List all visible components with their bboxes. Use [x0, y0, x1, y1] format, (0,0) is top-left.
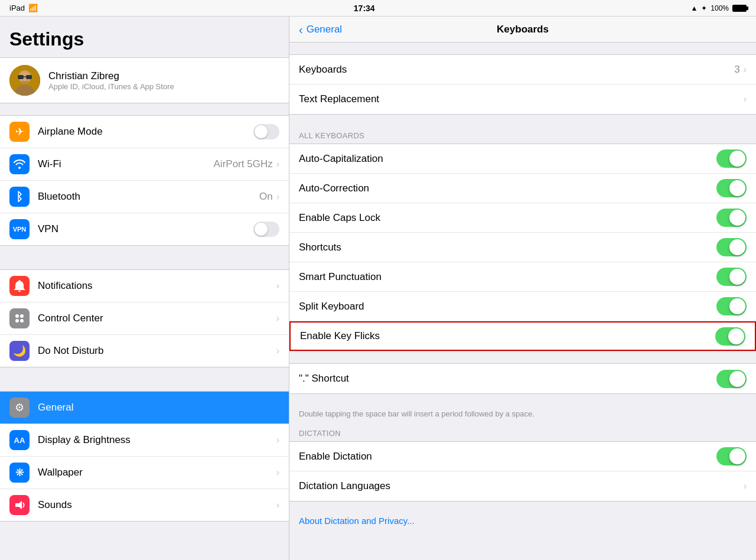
sidebar-item-wifi[interactable]: Wi-Fi AirPort 5GHz ›	[0, 148, 289, 181]
wifi-value: AirPort 5GHz	[214, 158, 273, 170]
avatar-image	[9, 65, 40, 96]
enable-dictation-row[interactable]: Enable Dictation	[289, 442, 756, 471]
dictation-header: DICTATION	[289, 424, 756, 441]
all-keyboards-section: Auto-Capitalization Auto-Correction Enab…	[289, 144, 756, 351]
enable-dictation-toggle[interactable]	[716, 447, 747, 465]
sidebar-item-bluetooth[interactable]: ᛒ Bluetooth On ›	[0, 181, 289, 213]
bluetooth-chevron: ›	[276, 191, 279, 202]
dictation-languages-label: Dictation Languages	[299, 480, 744, 492]
airplane-mode-toggle[interactable]	[253, 124, 279, 139]
battery-icon	[732, 5, 747, 12]
bluetooth-value: On	[259, 191, 273, 203]
display-label: Display & Brightness	[38, 434, 276, 446]
spacer-2	[0, 258, 289, 269]
sidebar-item-do-not-disturb[interactable]: 🌙 Do Not Disturb ›	[0, 335, 289, 367]
svg-point-8	[20, 314, 24, 318]
vpn-icon: VPN	[9, 219, 30, 239]
enable-dictation-label: Enable Dictation	[299, 451, 716, 463]
ipad-label: iPad	[9, 4, 25, 12]
back-button[interactable]: ‹ General	[299, 24, 342, 35]
period-shortcut-row[interactable]: "." Shortcut	[289, 364, 756, 393]
vpn-label: VPN	[38, 223, 253, 235]
back-chevron-icon: ‹	[299, 24, 303, 35]
smart-punctuation-row[interactable]: Smart Punctuation	[289, 262, 756, 292]
auto-cap-toggle[interactable]	[716, 149, 747, 168]
key-flicks-toggle[interactable]	[715, 327, 745, 346]
sidebar-item-control-center[interactable]: Control Center ›	[0, 302, 289, 335]
text-replacement-chevron: ›	[744, 94, 747, 105]
shortcuts-row[interactable]: Shortcuts	[289, 233, 756, 262]
sounds-label: Sounds	[38, 499, 276, 511]
wifi-label: Wi-Fi	[38, 158, 214, 170]
airplane-mode-icon: ✈	[9, 122, 30, 142]
do-not-disturb-icon: 🌙	[9, 341, 30, 361]
profile-info: Christian Zibreg Apple ID, iCloud, iTune…	[48, 70, 174, 91]
shortcuts-toggle[interactable]	[716, 238, 747, 256]
status-right: ▲ ✦ 100%	[690, 4, 747, 12]
text-replacement-row[interactable]: Text Replacement ›	[289, 84, 756, 114]
preferences-section: ⚙ General AA Display & Brightness › ❋ Wa…	[0, 391, 289, 522]
split-keyboard-row[interactable]: Split Keyboard	[289, 292, 756, 321]
privacy-link[interactable]: About Dictation and Privacy...	[289, 513, 756, 528]
auto-correct-toggle[interactable]	[716, 179, 747, 197]
notifications-label: Notifications	[38, 280, 276, 292]
sounds-icon	[9, 495, 30, 515]
right-header: ‹ General Keyboards	[289, 17, 756, 43]
period-shortcut-label: "." Shortcut	[299, 373, 716, 385]
auto-cap-label: Auto-Capitalization	[299, 153, 716, 165]
sidebar-item-wallpaper[interactable]: ❋ Wallpaper ›	[0, 457, 289, 489]
status-time: 17:34	[354, 4, 375, 13]
sidebar-item-notifications[interactable]: Notifications ›	[0, 270, 289, 302]
smart-punctuation-label: Smart Punctuation	[299, 271, 716, 283]
wallpaper-label: Wallpaper	[38, 467, 276, 478]
svg-rect-4	[18, 75, 24, 79]
key-flicks-label: Enable Key Flicks	[300, 330, 715, 342]
svg-point-10	[20, 319, 24, 323]
notifications-icon	[9, 276, 30, 296]
key-flicks-row[interactable]: Enable Key Flicks	[289, 321, 756, 351]
right-panel: ‹ General Keyboards Keyboards 3 › Text R…	[289, 17, 756, 560]
smart-punctuation-toggle[interactable]	[716, 268, 747, 286]
sidebar-item-vpn[interactable]: VPN VPN	[0, 213, 289, 245]
caps-lock-row[interactable]: Enable Caps Lock	[289, 203, 756, 233]
do-not-disturb-label: Do Not Disturb	[38, 345, 276, 357]
auto-correct-row[interactable]: Auto-Correction	[289, 174, 756, 203]
back-label: General	[307, 24, 342, 35]
spacer-1	[0, 103, 289, 115]
dictation-languages-row[interactable]: Dictation Languages ›	[289, 471, 756, 501]
spacer-3	[0, 379, 289, 391]
keyboards-value: 3	[734, 64, 739, 76]
avatar	[9, 65, 40, 96]
sidebar-item-general[interactable]: ⚙ General	[0, 392, 289, 424]
status-bar: iPad 📶 17:34 ▲ ✦ 100%	[0, 0, 756, 17]
wifi-icon	[9, 154, 30, 174]
period-shortcut-description: Double tapping the space bar will insert…	[289, 406, 756, 424]
shortcuts-label: Shortcuts	[299, 242, 716, 253]
location-icon: ▲	[690, 4, 698, 12]
text-replacement-label: Text Replacement	[299, 93, 744, 105]
sidebar-item-display[interactable]: AA Display & Brightness ›	[0, 424, 289, 457]
general-label: General	[38, 402, 279, 414]
split-keyboard-toggle[interactable]	[716, 297, 747, 315]
profile-row[interactable]: Christian Zibreg Apple ID, iCloud, iTune…	[0, 57, 289, 103]
top-section: Keyboards 3 › Text Replacement ›	[289, 54, 756, 115]
keyboards-label: Keyboards	[299, 64, 734, 76]
control-center-icon	[9, 308, 30, 328]
vpn-toggle[interactable]	[253, 222, 279, 237]
sidebar-item-sounds[interactable]: Sounds ›	[0, 489, 289, 521]
sidebar-item-airplane-mode[interactable]: ✈ Airplane Mode	[0, 116, 289, 148]
caps-lock-toggle[interactable]	[716, 209, 747, 227]
auto-cap-row[interactable]: Auto-Capitalization	[289, 144, 756, 174]
svg-rect-5	[26, 75, 32, 79]
wifi-signal-icon: 📶	[28, 4, 38, 12]
status-left: iPad 📶	[9, 4, 38, 12]
wifi-chevron: ›	[276, 159, 279, 170]
period-shortcut-toggle[interactable]	[716, 370, 747, 388]
control-center-label: Control Center	[38, 312, 276, 324]
do-not-disturb-chevron: ›	[276, 346, 279, 356]
profile-subtitle: Apple ID, iCloud, iTunes & App Store	[48, 82, 174, 91]
bluetooth-status-icon: ✦	[701, 4, 707, 12]
keyboards-row[interactable]: Keyboards 3 ›	[289, 55, 756, 84]
control-center-chevron: ›	[276, 313, 279, 324]
main-layout: Settings	[0, 17, 756, 560]
